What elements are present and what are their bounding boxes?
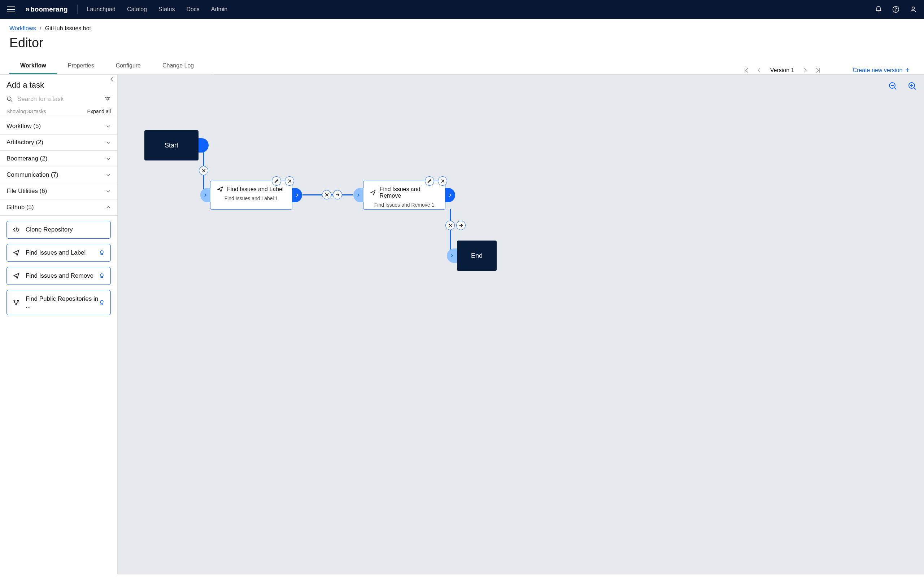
link xyxy=(450,209,451,256)
svg-point-10 xyxy=(16,304,16,305)
link-config-button[interactable] xyxy=(333,190,342,200)
end-node[interactable]: End xyxy=(457,240,497,271)
arrow-right-icon xyxy=(459,223,464,228)
arrow-right-icon xyxy=(335,192,340,197)
task-find-public-repos[interactable]: Find Public Repositories in ... xyxy=(6,290,111,315)
svg-point-2 xyxy=(912,7,914,10)
input-port-icon[interactable] xyxy=(450,253,454,258)
category-label: File Utilities (6) xyxy=(6,187,47,195)
task-clone-repository[interactable]: Clone Repository xyxy=(6,221,111,239)
link-delete-button[interactable]: ✕ xyxy=(199,166,208,175)
zoom-out-icon[interactable] xyxy=(888,82,897,90)
category-list: Workflow (5) Artifactory (2) Boomerang (… xyxy=(0,118,117,216)
edit-node-button[interactable] xyxy=(272,176,281,186)
category-boomerang[interactable]: Boomerang (2) xyxy=(0,151,117,167)
output-port[interactable] xyxy=(445,188,455,202)
bell-icon[interactable] xyxy=(875,6,882,13)
svg-point-4 xyxy=(106,97,107,98)
end-label: End xyxy=(471,252,483,259)
svg-point-5 xyxy=(108,99,109,100)
nav-docs[interactable]: Docs xyxy=(186,6,199,13)
tab-changelog[interactable]: Change Log xyxy=(152,62,205,74)
link-config-button[interactable] xyxy=(456,221,465,230)
chevron-right-icon xyxy=(295,193,299,197)
create-version-label: Create new version xyxy=(853,67,902,74)
plus-icon: + xyxy=(905,66,909,74)
search-input[interactable] xyxy=(17,95,100,103)
code-icon xyxy=(13,226,20,233)
chevron-right-icon xyxy=(356,193,360,197)
chevron-down-icon xyxy=(106,189,111,193)
collapse-sidebar-icon[interactable] xyxy=(109,77,115,82)
zoom-in-icon[interactable] xyxy=(908,82,917,90)
delete-node-button[interactable]: ✕ xyxy=(285,176,294,186)
pencil-icon xyxy=(274,179,279,184)
send-icon xyxy=(217,186,223,193)
node-subtitle: Find Issues and Remove 1 xyxy=(370,202,439,208)
nav-status[interactable]: Status xyxy=(158,6,175,13)
version-prev-icon[interactable] xyxy=(756,68,762,73)
nav-admin[interactable]: Admin xyxy=(211,6,228,13)
create-version-button[interactable]: Create new version + xyxy=(853,66,909,74)
category-file-utilities[interactable]: File Utilities (6) xyxy=(0,183,117,200)
task-count: Showing 33 tasks xyxy=(6,108,46,114)
version-first-icon[interactable] xyxy=(743,68,749,73)
output-port[interactable] xyxy=(292,188,302,202)
chevron-down-icon xyxy=(106,140,111,145)
pencil-icon xyxy=(427,179,432,184)
help-icon[interactable] xyxy=(892,6,900,13)
task-node-find-issues-label[interactable]: Find Issues and Label Find Issues and La… xyxy=(210,181,292,210)
input-port[interactable] xyxy=(353,188,363,202)
menu-icon[interactable] xyxy=(7,5,16,14)
expand-all-button[interactable]: Expand all xyxy=(87,108,111,114)
category-github[interactable]: Github (5) xyxy=(0,200,117,216)
task-find-issues-label[interactable]: Find Issues and Label xyxy=(6,244,111,262)
breadcrumb-root[interactable]: Workflows xyxy=(10,25,36,31)
start-label: Start xyxy=(165,142,178,149)
send-icon xyxy=(13,249,20,256)
version-last-icon[interactable] xyxy=(815,68,821,73)
link-delete-button[interactable]: ✕ xyxy=(322,190,331,200)
svg-point-11 xyxy=(100,300,103,303)
chevron-up-icon xyxy=(106,205,111,210)
task-label: Find Public Repositories in ... xyxy=(26,295,105,310)
branch-icon xyxy=(13,299,20,306)
chevron-right-icon xyxy=(448,193,452,197)
brand[interactable]: » boomerang xyxy=(25,5,78,14)
verified-badge-icon xyxy=(99,273,105,279)
input-port[interactable] xyxy=(200,188,210,202)
task-label: Clone Repository xyxy=(26,226,73,233)
link-delete-button[interactable]: ✕ xyxy=(446,221,455,230)
edit-node-button[interactable] xyxy=(425,176,434,186)
filter-icon[interactable] xyxy=(104,96,111,102)
category-label: Github (5) xyxy=(6,204,34,211)
tab-properties[interactable]: Properties xyxy=(57,62,105,74)
task-find-issues-remove[interactable]: Find Issues and Remove xyxy=(6,267,111,285)
tab-configure[interactable]: Configure xyxy=(105,62,152,74)
user-icon[interactable] xyxy=(909,6,917,13)
svg-point-1 xyxy=(895,11,896,11)
breadcrumb-current: GitHub Issues bot xyxy=(45,25,91,31)
category-label: Artifactory (2) xyxy=(6,139,43,146)
version-next-icon[interactable] xyxy=(803,68,808,73)
svg-point-3 xyxy=(7,97,11,101)
verified-badge-icon xyxy=(99,300,105,305)
category-artifactory[interactable]: Artifactory (2) xyxy=(0,134,117,151)
category-communication[interactable]: Communication (7) xyxy=(0,167,117,183)
start-node[interactable]: Start xyxy=(144,130,199,161)
task-node-find-issues-remove[interactable]: Find Issues and Remove Find Issues and R… xyxy=(363,181,446,210)
nav-launchpad[interactable]: Launchpad xyxy=(87,6,115,13)
svg-point-8 xyxy=(14,300,15,301)
delete-node-button[interactable]: ✕ xyxy=(438,176,447,186)
task-label: Find Issues and Label xyxy=(26,249,86,256)
search-icon xyxy=(6,96,13,102)
workflow-canvas[interactable]: Start ✕ Find Issues and Label Find Issue… xyxy=(118,75,924,574)
tab-workflow[interactable]: Workflow xyxy=(10,62,57,74)
sidebar-title: Add a task xyxy=(0,81,117,95)
brand-text: boomerang xyxy=(30,5,68,13)
topbar: » boomerang Launchpad Catalog Status Doc… xyxy=(0,0,924,19)
nav-catalog[interactable]: Catalog xyxy=(127,6,147,13)
category-label: Communication (7) xyxy=(6,171,58,179)
category-workflow[interactable]: Workflow (5) xyxy=(0,118,117,134)
task-list: Clone Repository Find Issues and Label F… xyxy=(0,216,117,320)
